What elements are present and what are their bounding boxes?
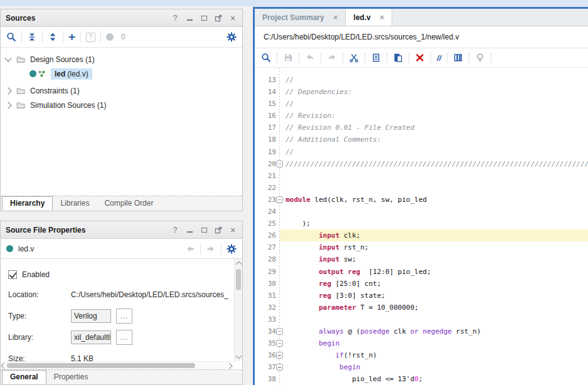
code-line-16[interactable]: 16// Revision: [255,110,588,122]
field-label: Size: [8,354,71,361]
toggle-comment-icon[interactable]: // [437,53,441,63]
help-icon[interactable]: ? [171,226,179,235]
fold-icon[interactable] [276,328,283,335]
maximize-icon[interactable] [200,14,208,23]
code-line-29[interactable]: 29 output reg [12:0] pio_led; [255,266,588,278]
scroll-down-icon[interactable] [236,353,242,359]
scroll-up-icon[interactable] [236,261,242,268]
fold-icon[interactable] [276,352,283,359]
code-line-36[interactable]: 36 if(!rst_n) [255,349,588,361]
code-editor[interactable]: 13//14// Dependencies:15//16// Revision:… [255,68,588,385]
code-line-27[interactable]: 27 input rst_n; [255,241,588,253]
back-arrow-icon[interactable] [185,244,195,254]
line-number: 24 [255,206,280,218]
code-line-19[interactable]: 19// [255,146,588,158]
code-line-37[interactable]: 37 begin [255,361,588,373]
float-icon[interactable] [214,226,223,235]
tree-item-simulation-sources[interactable]: Simulation Sources (1) [1,98,242,112]
tab-libraries[interactable]: Libraries [53,197,97,210]
fold-icon[interactable] [276,340,283,347]
enabled-checkbox[interactable] [8,270,17,279]
scroll-right-icon[interactable] [227,363,233,369]
close-icon[interactable]: × [228,14,237,23]
tree-item-design-sources[interactable]: Design Sources (1) [1,53,242,66]
forward-arrow-icon[interactable] [206,244,216,254]
float-icon[interactable] [214,14,223,23]
scrollbar-thumb[interactable] [236,269,241,290]
paste-icon[interactable] [393,53,403,63]
expand-all-icon[interactable] [48,32,58,42]
code-line-38[interactable]: 38 pio_led <= 13'd0; [255,373,588,385]
scrollbar-thumb[interactable] [7,363,195,368]
tab-project-summary[interactable]: Project Summary × [255,9,346,26]
help-icon[interactable]: ? [171,14,179,23]
tab-hierarchy[interactable]: Hierarchy [2,196,53,210]
code-text [280,182,588,194]
message-badge-icon[interactable] [106,33,114,41]
code-line-33[interactable]: 33 [255,314,588,325]
fold-icon[interactable] [276,364,283,371]
delete-icon[interactable] [415,53,425,63]
fold-icon[interactable] [276,161,283,167]
horizontal-scrollbar[interactable] [1,361,234,369]
code-line-32[interactable]: 32 parameter T = 10_000000; [255,302,588,314]
code-line-18[interactable]: 18// Additional Comments: [255,134,588,145]
chevron-right-icon[interactable] [4,87,11,94]
undo-icon [305,53,315,63]
field-value: C:/Users/hebi/Desktop/LED/LED.srcs/sourc… [71,290,228,299]
close-icon[interactable]: × [228,226,237,235]
chevron-right-icon[interactable] [4,102,11,108]
type-browse-button[interactable]: ... [116,309,132,324]
tab-compile-order[interactable]: Compile Order [97,197,161,210]
search-icon[interactable] [261,53,271,63]
tree-item-constraints[interactable]: Constraints (1) [1,84,242,97]
tab-properties[interactable]: Properties [46,371,96,384]
code-line-15[interactable]: 15// [255,98,588,110]
maximize-icon[interactable] [200,226,208,235]
settings-gear-icon[interactable] [227,244,237,254]
module-dot-icon [29,70,36,77]
vertical-scrollbar[interactable] [234,259,242,361]
fold-icon[interactable] [276,196,283,203]
minimize-icon[interactable] [185,14,194,23]
code-line-35[interactable]: 35 begin [255,337,588,349]
selected-tree-item[interactable]: led (led.v) [51,68,92,80]
code-line-25[interactable]: 25 ); [255,218,588,229]
search-icon[interactable] [6,32,16,42]
minimize-icon[interactable] [185,226,194,235]
type-input[interactable]: Verilog [71,309,111,323]
lightbulb-icon[interactable] [475,53,485,63]
code-line-13[interactable]: 13// [255,74,588,86]
tab-general[interactable]: General [2,370,46,384]
code-line-23[interactable]: 23module led(clk, rst_n, sw, pio_led [255,194,588,206]
code-line-17[interactable]: 17// Revision 0.01 - File Created [255,122,588,134]
code-line-31[interactable]: 31 reg [3:0] state; [255,290,588,302]
collapse-all-icon[interactable] [27,32,37,42]
chevron-down-icon[interactable] [4,55,11,61]
block-select-icon[interactable] [453,53,463,63]
field-label: Type: [8,312,71,320]
cut-icon[interactable] [349,53,359,63]
line-number: 19 [255,146,280,158]
folder-icon [16,55,26,64]
tree-item-led[interactable]: led (led.v) [1,67,242,80]
code-line-20[interactable]: 20//////////////////////////////////////… [255,158,588,170]
close-tab-icon[interactable]: × [380,13,385,22]
code-line-26[interactable]: 26 input clk; [255,229,588,241]
sources-panel: Sources ? × + ? 0 [0,9,243,211]
code-line-34[interactable]: 34 always @ (posedge clk or negedge rst_… [255,325,588,337]
library-browse-button[interactable]: ... [116,330,132,345]
code-line-24[interactable]: 24 [255,206,588,218]
code-line-22[interactable]: 22 [255,182,588,194]
code-line-14[interactable]: 14// Dependencies: [255,86,588,98]
add-sources-icon[interactable]: + [68,33,75,41]
tab-led-v[interactable]: led.v × [346,9,392,26]
copy-icon[interactable] [371,53,381,63]
scroll-left-icon[interactable] [1,363,8,369]
code-line-30[interactable]: 30 reg [25:0] cnt; [255,278,588,290]
library-input[interactable]: xil_defaultlib [71,330,111,344]
close-tab-icon[interactable]: × [333,13,338,22]
code-line-21[interactable]: 21 [255,170,588,182]
settings-gear-icon[interactable] [227,32,237,42]
code-line-28[interactable]: 28 input sw; [255,253,588,265]
